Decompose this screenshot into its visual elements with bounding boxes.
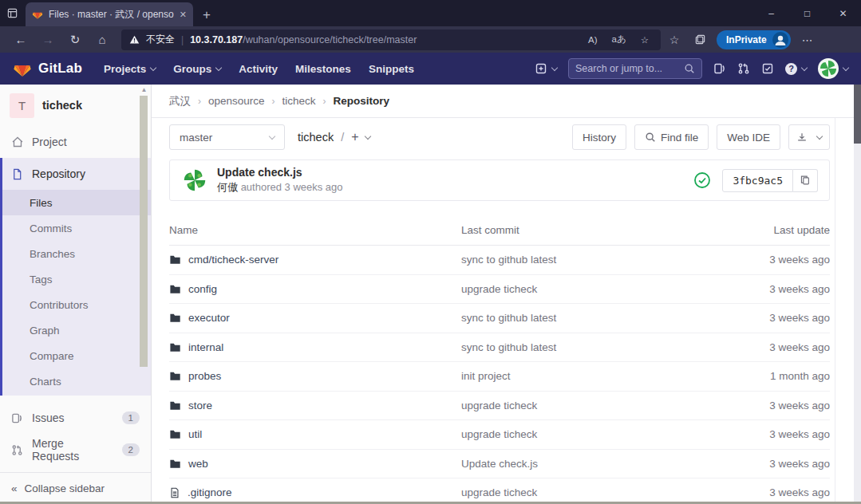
commit-message-link[interactable]: upgrade ticheck [461,428,537,440]
find-file-label: Find file [661,132,698,144]
commit-message-link[interactable]: upgrade ticheck [461,283,537,295]
file-name-link[interactable]: cmd/ticheck-server [188,254,278,266]
home-button[interactable]: ⌂ [89,29,115,51]
gitlab-logo[interactable]: GitLab [13,59,82,78]
favorites-bar-icon[interactable]: ☆ [662,29,686,51]
sidebar-item-merge-requests[interactable]: Merge Requests 2 [0,434,151,466]
sidebar-item-branches[interactable]: Branches [2,241,151,266]
scroll-up-arrow[interactable]: ▲ [140,86,148,94]
commit-message-link[interactable]: sync to github latest [461,312,556,324]
maximize-button[interactable]: □ [789,0,825,26]
back-button[interactable]: ← [8,29,34,51]
sidebar-item-issues[interactable]: Issues 1 [0,402,151,434]
nav-item-milestones[interactable]: Milestones [288,53,358,85]
gitlab-brand-name[interactable]: GitLab [38,61,82,77]
commit-message-link[interactable]: sync to github latest [461,254,556,266]
merge-requests-nav-icon[interactable] [737,62,750,75]
user-avatar [818,58,839,79]
add-file-button[interactable]: + [351,130,369,144]
sidebar-item-tags[interactable]: Tags [2,266,151,292]
user-menu-button[interactable] [818,58,848,79]
sidebar-item-charts[interactable]: Charts [2,368,151,394]
todos-nav-icon[interactable] [761,62,774,75]
browser-tab[interactable]: Files · master · 武汉 / opensourc ✕ [26,2,193,26]
chevron-down-icon [269,132,275,139]
nav-item-groups[interactable]: Groups [166,53,228,85]
commit-sha[interactable]: 3fbc9ac5 [722,169,793,192]
collections-icon[interactable] [688,29,712,51]
new-tab-button[interactable]: + [203,7,211,23]
collapse-sidebar-button[interactable]: « Collapse sidebar [0,472,151,504]
translate-icon[interactable]: aあ [608,33,630,45]
close-button[interactable]: ✕ [825,0,861,26]
help-menu-button[interactable]: ? [785,63,807,75]
file-name-link[interactable]: probes [188,370,221,382]
search-input[interactable] [575,63,684,74]
browser-menu-icon[interactable]: ⋯ [796,29,820,51]
nav-item-label: Snippets [369,63,414,75]
read-aloud-icon[interactable]: A) [584,35,602,45]
scrollbar-thumb[interactable] [140,96,148,367]
sidebar-item-commits[interactable]: Commits [2,215,151,241]
pipeline-status-icon[interactable] [693,171,711,189]
header-name: Name [169,224,461,236]
find-file-button[interactable]: Find file [634,124,709,150]
issues-icon [11,412,24,424]
web-ide-button[interactable]: Web IDE [717,124,780,150]
scrollbar-thumb[interactable] [854,85,861,144]
sidebar-item-repository[interactable]: Repository [2,158,151,190]
chevron-down-icon [816,132,823,139]
breadcrumb-item-武汉[interactable]: 武汉 [169,94,191,108]
project-context[interactable]: T ticheck [0,85,151,126]
nav-item-activity[interactable]: Activity [231,53,285,85]
commit-message-link[interactable]: upgrade ticheck [461,486,537,498]
tab-actions-button[interactable] [0,0,24,26]
minimize-button[interactable]: – [753,0,789,26]
add-favorite-icon[interactable]: ☆ [637,34,653,45]
copy-sha-button[interactable] [793,169,818,192]
tab-close-icon[interactable]: ✕ [180,10,187,20]
history-button[interactable]: History [572,124,626,150]
sidebar: T ticheck Project Rep [0,85,152,504]
new-menu-button[interactable] [535,62,557,75]
sidebar-scrollbar[interactable]: ▲ [140,86,148,394]
sidebar-section-repository: Repository FilesCommitsBranchesTagsContr… [0,158,151,396]
address-bar[interactable]: 不安全 | 10.3.70.187/wuhan/opensource/tiche… [121,30,661,50]
file-name-link[interactable]: executor [188,312,230,324]
security-label[interactable]: 不安全 [146,33,175,46]
commit-message-link[interactable]: init project [461,370,511,382]
file-name-link[interactable]: config [188,283,217,295]
path-project-link[interactable]: ticheck [298,131,334,144]
file-name-link[interactable]: .gitignore [188,486,232,498]
file-name-link[interactable]: util [188,428,202,440]
commit-actions: 3fbc9ac5 [693,169,818,192]
commit-message-link[interactable]: upgrade ticheck [461,400,537,411]
commit-message-link[interactable]: Update check.js [461,458,538,470]
issues-nav-icon[interactable] [713,62,726,75]
search-icon [684,63,695,74]
sidebar-item-files[interactable]: Files [2,190,151,215]
file-name-link[interactable]: web [188,458,208,470]
sidebar-item-graph[interactable]: Graph [2,317,151,343]
nav-item-snippets[interactable]: Snippets [361,53,421,85]
sidebar-item-compare[interactable]: Compare [2,343,151,368]
nav-item-projects[interactable]: Projects [97,53,163,85]
download-button[interactable] [788,124,830,150]
gitlab-nav-right: ? [535,58,848,79]
sidebar-item-contributors[interactable]: Contributors [2,292,151,317]
browser-window: Files · master · 武汉 / opensourc ✕ + – □ … [0,0,861,504]
file-name-link[interactable]: internal [188,341,223,353]
page-scrollbar[interactable] [854,85,861,504]
global-search[interactable] [568,58,702,79]
refresh-button[interactable]: ↻ [62,29,88,51]
sidebar-item-project[interactable]: Project [0,126,151,158]
inprivate-badge[interactable]: InPrivate [717,30,791,49]
breadcrumb-item-opensource[interactable]: opensource [208,95,265,107]
commit-author-link[interactable]: 何傲 [217,181,238,193]
branch-selector[interactable]: master [169,124,285,150]
document-icon [11,168,24,180]
file-name-link[interactable]: store [188,400,212,411]
commit-message-link[interactable]: sync to github latest [461,341,556,353]
commit-title-link[interactable]: Update check.js [217,166,343,179]
breadcrumb-item-ticheck[interactable]: ticheck [282,95,316,107]
